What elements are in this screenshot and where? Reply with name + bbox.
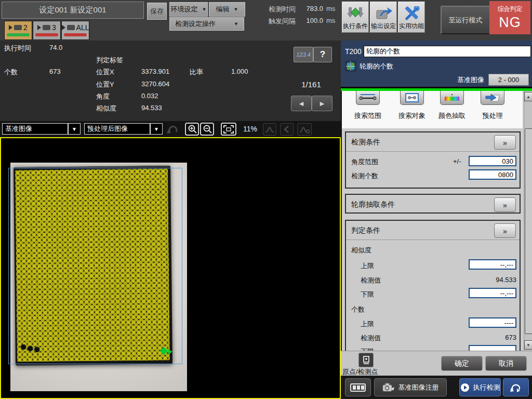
zoom-in-button[interactable] — [185, 123, 199, 136]
ok-button[interactable]: 确定 — [441, 356, 483, 371]
zoom-out-button[interactable] — [200, 123, 214, 136]
pos-x-label: 位置X — [96, 68, 114, 77]
overall-judgement-label: 综合判定 — [498, 5, 523, 14]
measure-time-label: 检测时间 — [269, 5, 296, 14]
origin-point-icon — [363, 356, 370, 364]
count-group-label: 个数 — [351, 305, 365, 314]
detect-condition-expand-button[interactable]: » — [494, 135, 516, 150]
register-reference-image-button[interactable]: 基准图像注册 — [374, 378, 447, 396]
image-source-dropdown-caret[interactable]: ▼ — [68, 123, 81, 135]
play-icon — [9, 25, 12, 30]
scrollbar-thumb[interactable] — [525, 128, 532, 334]
count-label: 个数 — [4, 68, 18, 77]
tab-camera-2[interactable]: 2 — [4, 21, 32, 40]
profile-icon-disabled — [263, 123, 276, 136]
menu-inspection-ops[interactable]: 检测设定操作 ▼ — [169, 17, 244, 31]
detection-point-arrow — [168, 349, 172, 354]
zoom-level-value: 11% — [243, 125, 257, 133]
profile-settings-icon-disabled — [297, 123, 312, 136]
exec-time-value: 74.0 — [49, 44, 62, 51]
sim-measured-value: 94.533 — [469, 276, 516, 284]
to-run-mode-button[interactable]: 至运行模式 — [441, 6, 490, 34]
judge-condition-section: 判定条件 » 相似度 上限 检测值 94.533 下限 个数 上限 检测值 67… — [345, 220, 521, 351]
color-extract-icon — [444, 94, 460, 102]
numeric-display-button[interactable]: 123.4 — [294, 47, 313, 62]
pos-y-label: 位置Y — [96, 80, 114, 89]
trigger-interval-unit: ms — [326, 17, 335, 24]
contour-extract-expand-button[interactable]: » — [494, 197, 516, 212]
preprocess-label: 预处理 — [469, 111, 516, 121]
sim-upper-input[interactable] — [469, 259, 516, 270]
menu-edit[interactable]: 编辑 ▼ — [209, 2, 245, 17]
re-measure-button[interactable] — [503, 378, 529, 396]
origin-point-button[interactable] — [358, 353, 374, 367]
menu-environment[interactable]: 环境设定 ▼ — [169, 2, 208, 17]
color-extract-label: 颜色抽取 — [429, 111, 475, 121]
angle-range-label: 角度范围 — [351, 157, 378, 167]
unit-type-icon — [345, 60, 356, 74]
scene-title: 设定001 新设定001 — [2, 2, 144, 19]
refresh-loop-icon — [510, 382, 522, 393]
bottom-toolbar: 基准图像注册 执行检测 — [341, 376, 532, 399]
unit-type-label: 轮廓的个数 — [360, 62, 393, 71]
scroll-up-button[interactable]: ▲ — [524, 92, 532, 101]
save-button[interactable]: 保存 — [147, 3, 167, 20]
chevron-down-icon: ▼ — [154, 126, 159, 132]
pos-x-value: 3373.901 — [141, 68, 169, 75]
tab-camera-3[interactable]: 3 — [33, 21, 61, 40]
measure-time-unit: ms — [326, 5, 335, 12]
top-bar: 设定001 新设定001 保存 环境设定 ▼ 编辑 ▼ 检测设定操作 ▼ 检测时… — [0, 0, 532, 41]
vision-app-window: 设定001 新设定001 保存 环境设定 ▼ 编辑 ▼ 检测设定操作 ▼ 检测时… — [0, 0, 532, 399]
refresh-icon-disabled — [166, 123, 180, 138]
angle-range-input[interactable] — [469, 156, 516, 166]
sim-lower-label: 下限 — [361, 290, 374, 299]
cnt-upper-label: 上限 — [361, 320, 374, 329]
page-indicator: 1/161 — [290, 80, 332, 89]
reference-image-label: 基准图像 — [434, 75, 484, 85]
scroll-down-button[interactable]: ▼ — [524, 340, 532, 350]
overall-judgement-panel: 综合判定 NG — [489, 1, 530, 34]
tools-icon — [403, 6, 420, 22]
search-target-button[interactable] — [400, 91, 424, 105]
trigger-interval-value: 100.0 — [299, 17, 323, 24]
next-result-button[interactable]: ▶ — [312, 96, 332, 111]
image-source-dropdown[interactable]: 基准图像 — [2, 123, 68, 135]
display-mode-dropdown[interactable]: 预处理后图像 — [84, 123, 150, 135]
prev-result-button[interactable]: ◀ — [291, 96, 312, 111]
judge-condition-expand-button[interactable]: » — [494, 223, 516, 238]
cnt-lower-input[interactable] — [469, 345, 516, 351]
tab-camera-all[interactable]: ALL — [61, 21, 89, 40]
flow-view-button[interactable] — [345, 378, 371, 396]
cancel-button[interactable]: 取消 — [485, 356, 527, 371]
setting-icon-strip: 搜索范围 搜索对象 颜色抽取 预处理 — [342, 91, 523, 128]
color-extract-button[interactable] — [440, 91, 464, 105]
image-viewer[interactable] — [0, 137, 341, 399]
search-range-button[interactable] — [356, 91, 380, 105]
chevron-down-icon: ▼ — [72, 126, 77, 132]
results-panel: 执行时间 74.0 判定标签 个数 673 位置X 3373.901 比率 1.… — [0, 41, 341, 121]
unit-id: T200 — [345, 47, 362, 56]
detect-condition-section: 检测条件 » 角度范围 +/- 检测个数 — [345, 131, 521, 189]
similarity-group-label: 相似度 — [351, 246, 371, 255]
ratio-label: 比率 — [190, 68, 203, 77]
sim-lower-input[interactable] — [469, 288, 516, 298]
zoom-out-icon — [203, 125, 212, 134]
preprocess-button[interactable] — [481, 91, 504, 105]
output-settings-button[interactable]: 输出设定 — [370, 2, 397, 33]
exec-condition-button[interactable]: 执行条件 — [342, 2, 369, 33]
tab-status-bar-red — [35, 33, 58, 36]
detect-count-input[interactable] — [469, 169, 516, 180]
reference-image-selector[interactable]: 2 - 000 — [488, 74, 529, 86]
execute-measurement-button[interactable]: 执行检测 — [459, 378, 501, 396]
contour-extract-section: 轮廓抽取条件 » — [345, 194, 521, 214]
fit-to-screen-button[interactable] — [221, 123, 236, 136]
camera-icon — [67, 25, 75, 30]
cnt-upper-input[interactable] — [469, 317, 516, 328]
settings-scrollbar[interactable]: ▲ ▼ — [524, 91, 532, 351]
tab-status-bar-red — [64, 33, 87, 36]
help-button[interactable]: ? — [313, 47, 332, 62]
unit-name-input[interactable] — [364, 46, 531, 57]
display-mode-dropdown-caret[interactable]: ▼ — [150, 123, 163, 135]
utility-button[interactable]: 实用功能 — [398, 2, 425, 33]
arrow-right-icon: ▶ — [320, 100, 324, 107]
